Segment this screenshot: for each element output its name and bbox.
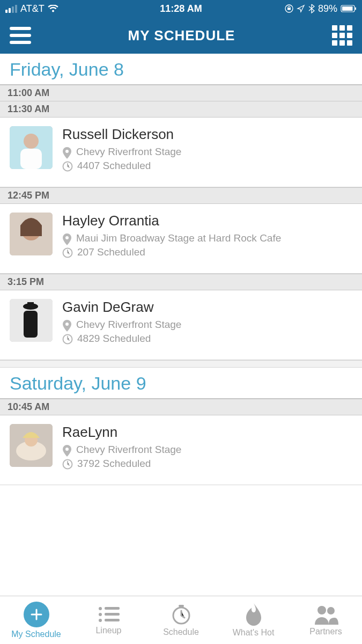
svg-point-24	[99, 619, 102, 622]
day-header: Friday, June 8	[0, 54, 362, 85]
list-icon	[97, 605, 121, 624]
event-row[interactable]: Russell Dickerson Chevy Riverfront Stage…	[0, 118, 362, 187]
svg-point-22	[99, 613, 102, 616]
scheduled-count: 4829 Scheduled	[77, 333, 151, 345]
location-pin-icon	[62, 147, 72, 159]
day-header: Saturday, June 9	[0, 368, 362, 399]
scheduled-count: 3792 Scheduled	[77, 458, 151, 470]
battery-percent: 89%	[318, 3, 337, 14]
venue-label: Chevy Riverfront Stage	[76, 444, 181, 456]
clock-icon	[62, 459, 73, 470]
svg-rect-25	[105, 619, 120, 621]
time-slot-header: 12:45 PM	[0, 187, 362, 204]
clock-icon	[62, 161, 73, 172]
location-pin-icon	[62, 320, 72, 332]
svg-rect-2	[342, 6, 353, 11]
tab-my-schedule[interactable]: My Schedule	[0, 596, 72, 644]
svg-rect-27	[179, 605, 184, 607]
artist-name: Gavin DeGraw	[62, 299, 352, 316]
plus-circle-icon	[24, 602, 49, 627]
tab-label: Schedule	[163, 627, 199, 637]
svg-point-28	[317, 606, 326, 614]
clock-icon	[62, 247, 73, 258]
event-row[interactable]: Gavin DeGraw Chevy Riverfront Stage 4829…	[0, 290, 362, 360]
venue-label: Chevy Riverfront Stage	[76, 146, 181, 158]
grid-view-button[interactable]	[332, 25, 352, 46]
svg-point-29	[327, 607, 335, 614]
wifi-icon	[48, 5, 58, 12]
artist-name: Hayley Orrantia	[62, 213, 352, 229]
cell-signal-icon	[5, 5, 17, 13]
svg-point-20	[99, 607, 102, 610]
tab-label: My Schedule	[11, 630, 61, 639]
page-title: MY SCHEDULE	[128, 27, 235, 44]
flame-icon	[245, 603, 263, 626]
svg-rect-12	[24, 311, 38, 338]
location-arrow-icon	[297, 4, 305, 13]
battery-icon	[341, 5, 357, 12]
svg-point-5	[24, 134, 39, 149]
event-row[interactable]: Hayley Orrantia Maui Jim Broadway Stage …	[0, 204, 362, 274]
tab-label: What's Hot	[233, 628, 275, 638]
time-slot-header: 11:00 AM	[0, 85, 362, 101]
artist-avatar	[10, 126, 53, 169]
artist-avatar	[10, 299, 53, 342]
artist-name: RaeLynn	[62, 424, 352, 441]
tab-partners[interactable]: Partners	[290, 596, 362, 644]
orientation-lock-icon	[285, 4, 293, 13]
app-header: MY SCHEDULE	[0, 17, 362, 54]
location-pin-icon	[62, 445, 72, 457]
artist-avatar	[10, 213, 53, 255]
scheduled-count: 207 Scheduled	[77, 246, 145, 258]
venue-label: Chevy Riverfront Stage	[76, 319, 181, 331]
bluetooth-icon	[308, 4, 315, 13]
tab-schedule[interactable]: Schedule	[145, 596, 217, 644]
svg-rect-21	[105, 607, 120, 610]
time-slot-header: 10:45 AM	[0, 399, 362, 415]
section-gap	[0, 360, 362, 368]
artist-avatar	[10, 424, 53, 467]
tab-whats-hot[interactable]: What's Hot	[217, 596, 290, 644]
carrier-label: AT&T	[20, 3, 45, 14]
artist-name: Russell Dickerson	[62, 126, 352, 143]
svg-rect-3	[355, 8, 356, 10]
scheduled-count: 4407 Scheduled	[77, 160, 151, 172]
tab-bar: My Schedule Lineup Schedule What's Hot P…	[0, 596, 362, 644]
svg-rect-6	[20, 149, 42, 169]
clock-icon	[62, 334, 73, 345]
svg-rect-14	[27, 302, 34, 309]
time-slot-header: 11:30 AM	[0, 101, 362, 118]
location-pin-icon	[62, 233, 72, 245]
schedule-list[interactable]: Friday, June 8 11:00 AM 11:30 AM Russell…	[0, 54, 362, 596]
tab-label: Lineup	[95, 626, 121, 635]
event-row[interactable]: RaeLynn Chevy Riverfront Stage 3792 Sche…	[0, 415, 362, 485]
venue-label: Maui Jim Broadway Stage at Hard Rock Caf…	[76, 232, 281, 244]
time-slot-header: 3:15 PM	[0, 274, 362, 290]
svg-rect-23	[105, 613, 120, 616]
clock-icon	[171, 604, 192, 625]
tab-lineup[interactable]: Lineup	[72, 596, 145, 644]
status-bar: AT&T 11:28 AM 89%	[0, 0, 362, 17]
menu-button[interactable]	[10, 27, 31, 44]
tab-label: Partners	[309, 627, 342, 636]
people-icon	[314, 604, 338, 625]
status-time: 11:28 AM	[122, 3, 239, 14]
